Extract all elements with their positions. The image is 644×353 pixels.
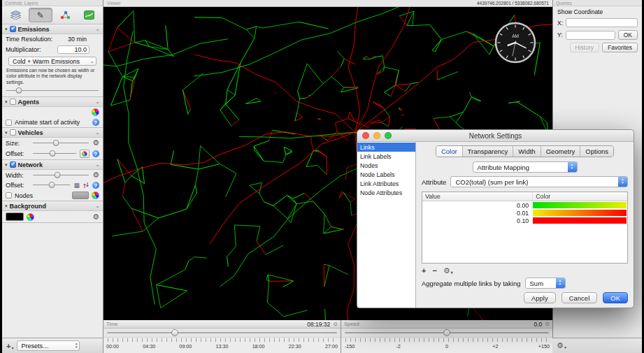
time-slider-knob[interactable] <box>171 329 178 336</box>
tab-options[interactable]: Options <box>580 146 613 157</box>
nodes-color-wheel-icon[interactable] <box>92 192 99 199</box>
time-resolution-value[interactable]: 30 min <box>68 36 87 43</box>
disclosure-icon: ▾ <box>5 203 8 208</box>
collapse-icon[interactable]: ⌄ <box>95 162 100 168</box>
y-coordinate-input[interactable] <box>566 31 615 40</box>
layers-tool-button[interactable] <box>4 8 27 22</box>
agents-checkbox[interactable] <box>10 99 16 105</box>
caret-icon: ▾ <box>451 270 453 275</box>
vehicle-color-button[interactable] <box>80 150 90 158</box>
minimize-icon[interactable] <box>373 132 380 139</box>
analog-clock[interactable]: AM <box>494 21 537 64</box>
vehicle-size-slider[interactable] <box>32 140 90 147</box>
list-item-nodes[interactable]: Nodes <box>357 161 415 170</box>
map-tool-button[interactable] <box>78 8 101 22</box>
collapse-icon[interactable]: ⌄ <box>95 203 100 209</box>
layers-icon <box>10 10 21 20</box>
slider-knob[interactable] <box>48 182 55 188</box>
background-panel-title: Background <box>10 203 47 210</box>
vehicle-offset-slider[interactable] <box>32 150 77 157</box>
network-panel-header[interactable]: ▾ Network ⌄ <box>2 160 103 170</box>
background-panel-header[interactable]: ▾ Background ⌄ <box>2 201 103 211</box>
table-row[interactable]: 0.10 <box>422 217 627 224</box>
vehicles-panel-header[interactable]: ▾ Vehicles ⌄ <box>2 128 103 138</box>
network-settings-gear-icon[interactable]: ⚙ <box>92 171 99 179</box>
list-item-node-labels[interactable]: Node Labels <box>357 170 415 179</box>
table-row[interactable]: 0.00 <box>422 201 627 209</box>
zoom-icon[interactable] <box>385 132 392 139</box>
nodes-color-swatch[interactable] <box>72 192 89 199</box>
layers-toolbar: ✎ <box>2 6 103 24</box>
apply-button[interactable]: Apply <box>524 292 556 303</box>
help-icon[interactable]: ? <box>92 119 99 126</box>
vehicle-settings-gear-icon[interactable]: ⚙ <box>92 139 99 147</box>
animate-start-checkbox[interactable] <box>6 120 12 126</box>
collapse-icon[interactable]: ⌄ <box>95 27 100 32</box>
remove-row-button[interactable]: − <box>432 266 436 275</box>
dialog-titlebar[interactable]: Network Settings <box>357 130 634 142</box>
presets-select[interactable]: Presets… ▲▼ <box>17 340 80 351</box>
flip-direction-icon[interactable] <box>83 182 90 189</box>
grid-icon[interactable]: ▦ <box>73 182 80 189</box>
table-settings-button[interactable]: ⚙ ▾ <box>443 267 453 275</box>
help-icon[interactable]: ? <box>92 150 99 157</box>
collapse-icon[interactable]: ⌄ <box>95 99 100 105</box>
cancel-button[interactable]: Cancel <box>561 292 598 303</box>
mapping-mode-select[interactable]: Attribute Mapping ▲▼ <box>473 161 578 173</box>
queries-settings-button[interactable]: ⚙ ▾ <box>557 342 566 350</box>
network-tool-button[interactable] <box>54 8 77 22</box>
add-row-button[interactable]: + <box>422 266 426 275</box>
background-color-swatch[interactable] <box>6 212 24 221</box>
time-slider[interactable] <box>103 329 341 337</box>
time-tick-label: 00:00 <box>106 343 119 350</box>
color-bar <box>533 210 627 216</box>
slider-knob[interactable] <box>50 150 56 157</box>
aggregate-value: Sum <box>530 280 544 287</box>
slider-knob[interactable] <box>55 172 61 178</box>
emissions-panel-header[interactable]: ▾ Emissions ⌄ <box>2 24 103 34</box>
list-item-link-attributes[interactable]: Link Attributes <box>357 179 415 188</box>
x-coordinate-input[interactable] <box>566 18 638 27</box>
emissions-checkbox[interactable] <box>10 26 16 32</box>
emissions-mode-select[interactable]: Cold + Warm Emissions ⌄ <box>8 57 96 66</box>
table-row[interactable]: 0.01 <box>422 209 627 217</box>
multiplicator-input[interactable]: 10.0 <box>57 45 90 54</box>
speed-slider-knob[interactable] <box>443 329 450 336</box>
tab-width[interactable]: Width <box>513 146 540 157</box>
nodes-checkbox[interactable] <box>6 192 12 199</box>
network-width-slider[interactable] <box>32 172 90 179</box>
agents-panel-header[interactable]: ▾ Agents ⌄ <box>2 97 103 107</box>
attribute-select[interactable]: CO2(total) (sum per link) ▲▼ <box>450 176 628 187</box>
speed-tick-label: -2 <box>396 343 400 350</box>
list-item-links[interactable]: Links <box>357 143 415 152</box>
network-checkbox[interactable] <box>10 161 16 168</box>
list-item-node-attributes[interactable]: Node Attributes <box>357 188 415 197</box>
favorites-button[interactable]: Favorites <box>602 43 638 52</box>
tab-transparency[interactable]: Transparency <box>462 146 513 157</box>
tab-color[interactable]: Color <box>436 146 462 157</box>
agents-color-wheel-icon[interactable] <box>92 108 99 116</box>
slider-knob[interactable] <box>53 140 59 146</box>
background-color-wheel-icon[interactable] <box>27 213 34 221</box>
vehicles-checkbox[interactable] <box>10 129 16 136</box>
emissions-slider[interactable] <box>6 87 99 94</box>
draw-tool-button[interactable]: ✎ <box>29 8 53 22</box>
add-layer-button[interactable]: + ▾ <box>6 342 13 350</box>
network-offset-slider[interactable] <box>32 182 71 189</box>
ok-button[interactable]: OK <box>603 292 628 303</box>
slider-knob[interactable] <box>15 87 22 94</box>
speed-slider[interactable] <box>341 329 552 337</box>
background-gear-icon[interactable]: ⚙ <box>92 213 99 221</box>
disclosure-icon: ▾ <box>5 162 8 167</box>
coordinate-ok-button[interactable]: OK <box>618 30 638 40</box>
tab-geometry[interactable]: Geometry <box>541 146 580 157</box>
list-item-link-labels[interactable]: Link Labels <box>357 152 415 161</box>
help-icon[interactable]: ? <box>92 182 99 189</box>
speed-options-icon[interactable]: ⊙ <box>545 321 550 327</box>
collapse-icon[interactable]: ⌄ <box>95 130 100 136</box>
aggregate-select[interactable]: Sum ▲▼ <box>525 278 566 289</box>
time-ruler: 00:00 04:30 09:00 13:30 18:00 22:30 27:0… <box>103 337 341 353</box>
history-button[interactable]: History <box>570 43 599 52</box>
time-options-icon[interactable]: ⊙ <box>333 321 338 327</box>
close-icon[interactable] <box>362 132 369 139</box>
